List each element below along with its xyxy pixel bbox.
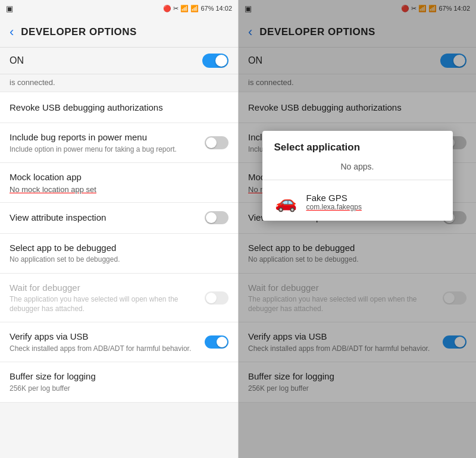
setting-item-revoke-usb[interactable]: Revoke USB debugging authorizations — [0, 92, 238, 123]
setting-title: Select app to be debugged — [10, 242, 228, 254]
wifi-icon: 📶 — [180, 5, 189, 12]
toggle-view-attribute[interactable] — [205, 211, 228, 224]
battery-text: 67% — [201, 5, 214, 12]
setting-item-select-app-debug[interactable]: Select app to be debuggedNo application … — [0, 234, 238, 274]
time-text: 14:02 — [215, 5, 232, 12]
app-header: ‹ DEVELOPER OPTIONS — [0, 17, 238, 48]
setting-item-wait-debugger[interactable]: Wait for debuggerThe application you hav… — [0, 274, 238, 323]
page-title: DEVELOPER OPTIONS — [21, 26, 137, 38]
dialog-title: Select application — [262, 131, 453, 158]
dialog-no-apps-text: No apps. — [262, 158, 453, 177]
on-toggle[interactable] — [202, 54, 228, 68]
setting-title: Verify apps via USB — [10, 331, 199, 343]
setting-subtitle: The application you have selected will o… — [10, 295, 199, 313]
setting-text: View attribute inspection — [10, 212, 199, 224]
app-icon-fake-gps: 🚗 — [274, 190, 298, 214]
setting-text: Buffer size for logging256K per log buff… — [10, 371, 228, 393]
setting-title: Buffer size for logging — [10, 371, 228, 382]
setting-title: Wait for debugger — [10, 282, 199, 294]
setting-subtitle: No mock location app set — [10, 185, 228, 194]
setting-item-verify-usb[interactable]: Verify apps via USBCheck installed apps … — [0, 322, 238, 362]
on-label: ON — [10, 55, 24, 66]
status-left-icon: ▣ — [6, 4, 13, 13]
dialog-app-item-fake-gps[interactable]: 🚗 Fake GPS com.lexa.fakegps — [262, 183, 453, 221]
toggle-verify-usb[interactable] — [205, 335, 228, 349]
on-toggle-row: ON — [0, 48, 238, 74]
bluetooth-icon: 🔴 — [163, 5, 171, 12]
app-info-fake-gps: Fake GPS com.lexa.fakegps — [306, 193, 362, 211]
setting-title: Mock location app — [10, 171, 228, 183]
app-name: Fake GPS — [306, 193, 362, 203]
setting-subtitle: Check installed apps from ADB/ADT for ha… — [10, 344, 199, 354]
status-bar: ▣ 🔴 ✂ 📶 📶 67% 14:02 — [0, 0, 238, 17]
back-button[interactable]: ‹ — [10, 24, 14, 40]
dialog-overlay[interactable]: Select applicationNo apps. 🚗 Fake GPS co… — [239, 0, 476, 458]
signal-icon: 📶 — [190, 5, 199, 12]
setting-text: Include bug reports in power menuInclude… — [10, 131, 199, 154]
setting-item-bug-reports[interactable]: Include bug reports in power menuInclude… — [0, 123, 238, 163]
toggle-bug-reports[interactable] — [205, 136, 228, 149]
setting-text: Revoke USB debugging authorizations — [10, 102, 228, 114]
setting-title: Revoke USB debugging authorizations — [10, 102, 228, 114]
setting-subtitle: 256K per log buffer — [10, 384, 228, 394]
setting-text: Select app to be debuggedNo application … — [10, 242, 228, 265]
setting-text: Wait for debuggerThe application you hav… — [10, 282, 199, 314]
setting-subtitle: No application set to be debugged. — [10, 255, 228, 265]
setting-subtitle: Include option in power menu for taking … — [10, 145, 199, 155]
select-application-dialog: Select applicationNo apps. 🚗 Fake GPS co… — [262, 131, 453, 221]
silent-icon: ✂ — [173, 5, 178, 12]
setting-title: Include bug reports in power menu — [10, 131, 199, 143]
status-right-icons: 🔴 ✂ 📶 📶 67% 14:02 — [163, 5, 232, 12]
setting-item-mock-location[interactable]: Mock location app No mock location app s… — [0, 163, 238, 203]
phone-panel-left: ▣ 🔴 ✂ 📶 📶 67% 14:02 ‹ DEVELOPER OPTIONS … — [0, 0, 238, 458]
phone-panel-right: ▣ 🔴 ✂ 📶 📶 67% 14:02 ‹ DEVELOPER OPTIONS … — [238, 0, 476, 458]
settings-scroll-area: is connected.Revoke USB debugging author… — [0, 74, 238, 458]
setting-title: View attribute inspection — [10, 212, 199, 224]
dialog-divider — [262, 180, 453, 180]
connected-text: is connected. — [0, 74, 238, 92]
setting-item-view-attribute[interactable]: View attribute inspection — [0, 203, 238, 234]
setting-text: Verify apps via USBCheck installed apps … — [10, 331, 199, 353]
app-package: com.lexa.fakegps — [306, 203, 362, 211]
toggle-wait-debugger — [205, 291, 228, 305]
setting-item-buffer-size[interactable]: Buffer size for logging256K per log buff… — [0, 362, 238, 402]
